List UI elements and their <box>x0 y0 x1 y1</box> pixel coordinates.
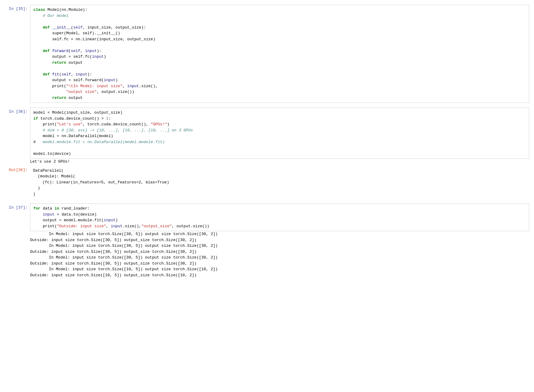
cell-37-wrapper: In [37]: for data in rand_loader: input … <box>0 204 534 278</box>
cell-36-plain-output: Let's use 2 GPUs! <box>0 159 534 165</box>
cell-37: In [37]: for data in rand_loader: input … <box>0 204 534 231</box>
cell-36-code[interactable]: model = Model(input_size, output_size) i… <box>30 108 529 159</box>
cell-35-in-label: In [35]: <box>0 5 30 103</box>
cell-36: In [36]: model = Model(input_size, outpu… <box>0 108 534 159</box>
cell-37-code[interactable]: for data in rand_loader: input = data.to… <box>30 204 529 231</box>
cell-35: In [35]: class Model(nn.Module): # Our m… <box>0 5 534 103</box>
cell-37-in-label: In [37]: <box>0 204 30 231</box>
cell-36-in-label: In [36]: <box>0 108 30 159</box>
cell-35-wrapper: In [35]: class Model(nn.Module): # Our m… <box>0 5 534 103</box>
cell-36-pre: model = Model(input_size, output_size) i… <box>33 110 526 157</box>
cell-37-pre: for data in rand_loader: input = data.to… <box>33 206 526 229</box>
cell-36-wrapper: In [36]: model = Model(input_size, outpu… <box>0 108 534 199</box>
cell-36-out-row: Out[36]: DataParallel( (module): Model( … <box>0 166 534 199</box>
cell-35-pre: class Model(nn.Module): # Our model def … <box>33 7 526 101</box>
cell-37-output-pre: In Model: input size torch.Size([30, 5])… <box>30 231 534 278</box>
cell-36-out-content: DataParallel( (module): Model( (fc): Lin… <box>30 166 529 199</box>
cell-37-output: In Model: input size torch.Size([30, 5])… <box>0 231 534 278</box>
cell-36-out-label: Out[36]: <box>0 166 30 199</box>
cell-36-out-pre: DataParallel( (module): Model( (fc): Lin… <box>33 168 526 197</box>
cell-35-code[interactable]: class Model(nn.Module): # Our model def … <box>30 5 529 103</box>
